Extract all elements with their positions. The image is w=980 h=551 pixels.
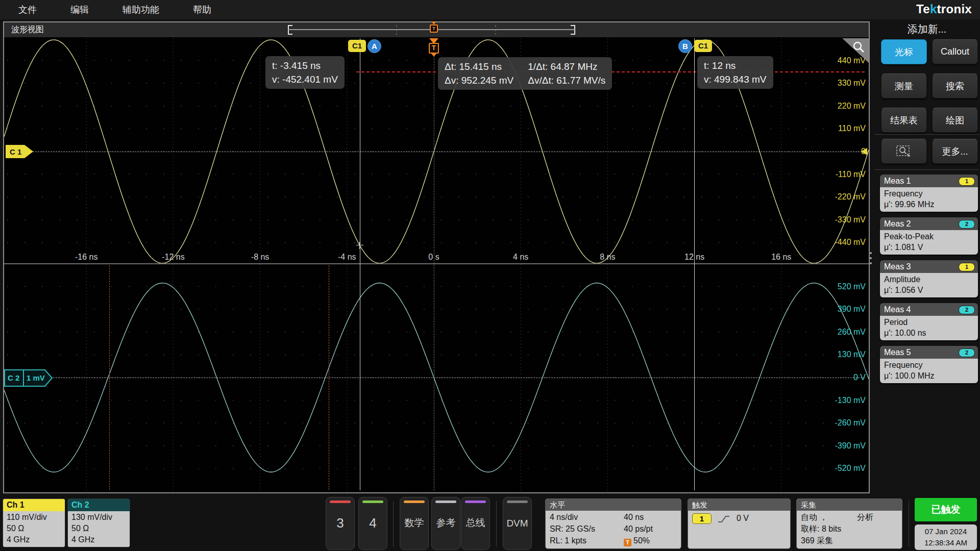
x-axis-label: 4 ns <box>500 253 541 262</box>
ref-button-stripe <box>435 500 456 503</box>
channel-setting: 50 Ω <box>71 523 130 534</box>
menu-item-utility[interactable]: 辅助功能 <box>122 4 159 16</box>
chart2-y-axis: 520 mV390 mV260 mV130 mV0 V-130 mV-260 m… <box>810 264 866 491</box>
meas-value: μ': 99.96 MHz <box>884 199 974 210</box>
meas-card-1[interactable]: Meas 11Frequencyμ': 99.96 MHz <box>880 174 978 212</box>
ch2-zero-line <box>53 378 865 378</box>
sidebar-button-results-table[interactable]: 结果表 <box>881 108 927 133</box>
trigger-level: 0 V <box>737 514 749 522</box>
menu-bar: 文件编辑辅助功能帮助 <box>0 0 980 19</box>
trigger-source-badge: 1 <box>692 513 712 524</box>
channel-badge-body: 110 mV/div50 Ω4 GHz <box>3 511 65 547</box>
dvm-button[interactable]: DVM <box>503 497 532 550</box>
meas-card-5[interactable]: Meas 52Frequencyμ': 100.0 MHz <box>880 346 978 383</box>
gate-marker-left <box>109 265 110 490</box>
acq-mode: 自动 ， <box>801 513 827 521</box>
sidebar-button-cursors[interactable]: 光标 <box>881 39 927 64</box>
math-button-label: 数学 <box>400 516 428 530</box>
channel-setting: 110 mV/div <box>7 512 65 523</box>
channel-badge-label: Ch 1 <box>3 499 65 511</box>
menu-items: 文件编辑辅助功能帮助 <box>0 0 980 19</box>
y-axis-label: -130 mV <box>810 395 866 406</box>
trigger-panel[interactable]: 触发 1 0 V <box>688 498 791 549</box>
acquisition-panel[interactable]: 采集 自动 ， 分析 取样: 8 bits 369 采集 <box>796 498 902 549</box>
cursor-a-readout[interactable]: t: -3.415 ns v: -452.401 mV <box>265 56 345 89</box>
channel-badge-2[interactable]: Ch 2130 mV/div50 Ω4 GHz <box>67 498 130 547</box>
channel-setting: 4 GHz <box>7 534 65 545</box>
trigger-position-pct: 50% <box>633 536 650 545</box>
sidebar-button-search[interactable]: 搜索 <box>932 73 978 98</box>
acquisition-panel-title: 采集 <box>797 499 902 511</box>
cursor-a-source-badge[interactable]: C1 <box>348 40 366 52</box>
meas-value: μ': 1.056 V <box>884 285 974 295</box>
rising-edge-icon <box>718 514 730 523</box>
cursor-a-badge[interactable]: A <box>368 39 381 53</box>
cursor-a-line[interactable] <box>360 38 360 490</box>
delta-slope: Δv/Δt: 61.77 MV/s <box>528 73 605 87</box>
y-axis-label: -330 mV <box>810 215 866 225</box>
plot-area[interactable]: 440 mV330 mV220 mV110 mV0-110 mV-220 mV-… <box>4 37 869 492</box>
meas-type: Period <box>884 317 974 328</box>
menu-item-help[interactable]: 帮助 <box>193 4 211 16</box>
panel-resize-handle[interactable] <box>869 249 873 267</box>
y-axis-label: -260 mV <box>810 418 866 428</box>
channel-3-button-label: 3 <box>326 515 354 531</box>
cursor-b-voltage: v: 499.843 mV <box>704 72 767 86</box>
meas-card-2[interactable]: Meas 22Peak-to-Peakμ': 1.081 V <box>880 217 978 255</box>
meas-source-badge: 2 <box>959 306 975 314</box>
meas-header: Meas 52 <box>880 346 978 359</box>
y-axis-label: 110 mV <box>810 123 866 134</box>
delta-voltage: Δv: 952.245 mV <box>445 73 513 87</box>
zoom-select-button[interactable] <box>881 139 927 164</box>
cursor-delta-readout[interactable]: Δt: 15.415 ns 1/Δt: 64.87 MHz Δv: 952.24… <box>438 57 612 90</box>
y-axis-label: 0 <box>810 146 866 157</box>
trigger-t-flag: T <box>429 43 439 54</box>
meas-card-4[interactable]: Meas 42Periodμ': 10.00 ns <box>880 303 978 340</box>
sidebar-button-measure[interactable]: 测量 <box>881 73 927 98</box>
more-button[interactable]: 更多... <box>932 139 978 164</box>
channel-4-button[interactable]: 4 <box>358 497 387 550</box>
svg-text:1 mV: 1 mV <box>27 373 45 382</box>
acq-sample-bits: 取样: 8 bits <box>801 523 898 535</box>
x-axis-label: -4 ns <box>327 253 368 262</box>
channel2-level-badge[interactable]: C 2 1 mV <box>4 369 53 387</box>
meas-source-badge: 2 <box>959 348 975 357</box>
meas-value: μ': 10.00 ns <box>884 328 974 338</box>
menu-item-edit[interactable]: 编辑 <box>70 4 89 16</box>
meas-card-3[interactable]: Meas 31Amplitudeμ': 1.056 V <box>880 260 978 297</box>
gate-marker-right <box>329 265 329 490</box>
bus-button[interactable]: 总线 <box>461 497 490 550</box>
channel-3-button[interactable]: 3 <box>326 497 355 550</box>
y-axis-label: -520 mV <box>810 463 866 473</box>
cursor-a-time: t: -3.415 ns <box>272 59 338 72</box>
sidebar-button-plot[interactable]: 绘图 <box>932 108 978 133</box>
meas-source-badge: 2 <box>959 220 975 229</box>
cursor-b-line[interactable] <box>694 38 695 490</box>
channel-3-button-stripe <box>330 500 351 503</box>
chart1-y-axis: 440 mV330 mV220 mV110 mV0-110 mV-220 mV-… <box>810 38 866 264</box>
y-axis-label: -220 mV <box>810 192 866 202</box>
cursor-b-source-badge[interactable]: C1 <box>694 40 712 52</box>
overview-trigger-marker[interactable]: T <box>429 21 439 33</box>
panel-title: 波形视图 <box>11 24 44 35</box>
trigger-level-arrow-icon[interactable] <box>860 147 868 156</box>
trigger-triangle-small-icon <box>431 54 436 57</box>
cursor-b-badge[interactable]: B <box>678 39 692 53</box>
meas-source-badge: 1 <box>959 263 975 271</box>
channel1-level-badge[interactable]: C 1 <box>5 144 34 159</box>
cursor-a-waveform-marker <box>356 242 363 249</box>
acq-analyze: 分析 <box>857 511 873 523</box>
ref-button[interactable]: 参考 <box>431 497 460 550</box>
sidebar-button-callout[interactable]: Callout <box>932 39 978 64</box>
add-new-label: 添加新... <box>876 22 978 36</box>
horizontal-panel[interactable]: 水平 4 ns/div 40 ns SR: 25 GS/s 40 ps/pt R… <box>545 498 681 549</box>
menu-item-file[interactable]: 文件 <box>18 4 37 16</box>
meas-header: Meas 22 <box>880 217 978 230</box>
dvm-button-stripe <box>507 500 528 503</box>
svg-text:C 1: C 1 <box>10 147 21 156</box>
trigger-marker[interactable]: T <box>427 38 440 57</box>
math-button[interactable]: 数学 <box>400 497 429 550</box>
channel-badge-1[interactable]: Ch 1110 mV/div50 Ω4 GHz <box>3 498 65 547</box>
cursor-b-readout[interactable]: t: 12 ns v: 499.843 mV <box>697 56 773 89</box>
x-axis-label: 16 ns <box>761 253 802 262</box>
